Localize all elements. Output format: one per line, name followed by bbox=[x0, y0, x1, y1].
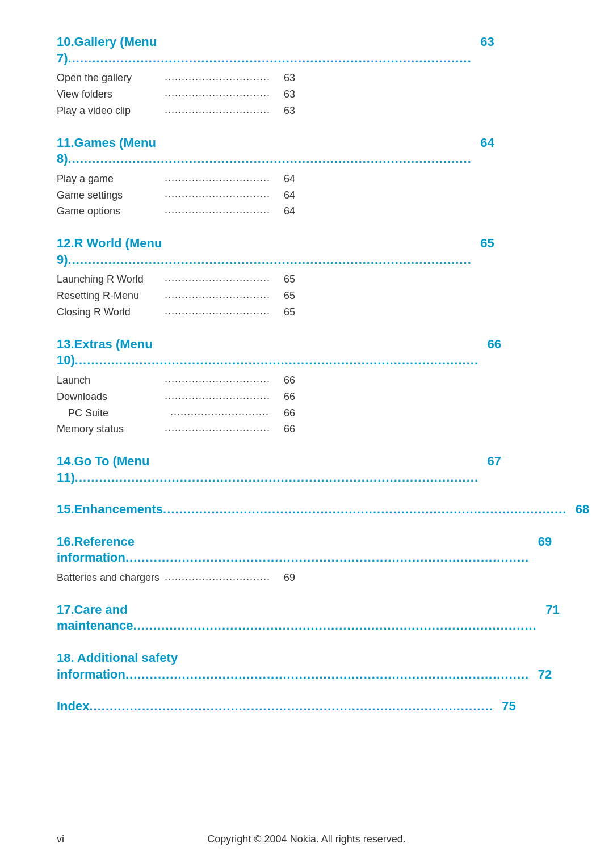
toc-content: 10.Gallery (Menu 7) 63 Open the gallery … bbox=[0, 0, 352, 776]
list-item: Launch 66 bbox=[57, 372, 295, 389]
toc-section-18: 18. Additional safetyinformation 72 bbox=[57, 650, 295, 682]
heading-page-17: 71 bbox=[537, 602, 560, 618]
heading-title-index: Index bbox=[57, 698, 493, 715]
footer: Copyright © 2004 Nokia. All rights reser… bbox=[0, 833, 613, 845]
dots-decoration bbox=[165, 102, 270, 118]
copyright-text: Copyright © 2004 Nokia. All rights reser… bbox=[207, 833, 405, 845]
subitem-label: Resetting R-Menu bbox=[57, 288, 162, 304]
subitem-page: 64 bbox=[272, 187, 295, 204]
toc-heading-15: 15.Enhancements 68 bbox=[57, 502, 295, 518]
list-item: Closing R World 65 bbox=[57, 304, 295, 321]
toc-heading-12: 12.R World (Menu 9) 65 bbox=[57, 235, 295, 268]
toc-section-10: 10.Gallery (Menu 7) 63 Open the gallery … bbox=[57, 34, 295, 119]
heading-page-15: 68 bbox=[566, 502, 589, 518]
subitem-label: Game options bbox=[57, 203, 162, 220]
dots-decoration bbox=[165, 270, 270, 286]
list-item: Game settings 64 bbox=[57, 187, 295, 204]
heading-title-13: 13.Extras (Menu 10) bbox=[57, 336, 478, 369]
toc-heading-16: 16.Reference information 69 bbox=[57, 534, 295, 566]
list-item: Downloads 66 bbox=[57, 389, 295, 405]
subitem-label: Batteries and chargers bbox=[57, 570, 162, 586]
heading-page-12: 65 bbox=[472, 235, 494, 252]
subitem-label: Play a game bbox=[57, 171, 162, 187]
list-item: Play a game 64 bbox=[57, 171, 295, 187]
toc-section-15: 15.Enhancements 68 bbox=[57, 502, 295, 518]
subitem-label: Launch bbox=[57, 372, 162, 389]
list-item: Memory status 66 bbox=[57, 421, 295, 437]
heading-title-18: 18. Additional safetyinformation bbox=[57, 650, 529, 682]
list-item: Play a video clip 63 bbox=[57, 103, 295, 119]
dots-decoration bbox=[165, 170, 270, 186]
subitem-page: 63 bbox=[272, 86, 295, 103]
list-item: Launching R World 65 bbox=[57, 271, 295, 288]
subitem-label: PC Suite bbox=[68, 405, 168, 422]
dots-decoration bbox=[170, 404, 270, 420]
subitem-label: Game settings bbox=[57, 187, 162, 204]
dots-decoration bbox=[165, 387, 270, 404]
toc-section-index: Index 75 bbox=[57, 698, 295, 715]
toc-section-13: 13.Extras (Menu 10) 66 Launch 66 Downloa… bbox=[57, 336, 295, 437]
heading-page-index: 75 bbox=[493, 698, 516, 715]
list-item: Open the gallery 63 bbox=[57, 70, 295, 86]
heading-page-11: 64 bbox=[472, 135, 494, 151]
list-item: PC Suite 66 bbox=[57, 405, 295, 422]
dots-decoration bbox=[165, 186, 270, 203]
toc-section-12: 12.R World (Menu 9) 65 Launching R World… bbox=[57, 235, 295, 321]
subitem-page: 65 bbox=[272, 288, 295, 304]
toc-section-14: 14.Go To (Menu 11) 67 bbox=[57, 453, 295, 486]
subitem-page: 64 bbox=[272, 203, 295, 220]
heading-page-10: 63 bbox=[472, 34, 494, 50]
subitem-page: 65 bbox=[272, 271, 295, 288]
subitem-label: View folders bbox=[57, 86, 162, 103]
toc-heading-10: 10.Gallery (Menu 7) 63 bbox=[57, 34, 295, 66]
toc-heading-11: 11.Games (Menu 8) 64 bbox=[57, 135, 295, 167]
subitem-page: 63 bbox=[272, 70, 295, 86]
heading-page-16: 69 bbox=[529, 534, 552, 550]
heading-title-12: 12.R World (Menu 9) bbox=[57, 235, 472, 268]
list-item: Game options 64 bbox=[57, 203, 295, 220]
toc-heading-13: 13.Extras (Menu 10) 66 bbox=[57, 336, 295, 369]
heading-title-17: 17.Care and maintenance bbox=[57, 602, 537, 634]
toc-section-17: 17.Care and maintenance 71 bbox=[57, 602, 295, 634]
toc-section-11: 11.Games (Menu 8) 64 Play a game 64 Game… bbox=[57, 135, 295, 220]
heading-title-10: 10.Gallery (Menu 7) bbox=[57, 34, 472, 66]
heading-title-11: 11.Games (Menu 8) bbox=[57, 135, 472, 167]
subitem-page: 65 bbox=[272, 304, 295, 321]
list-item: View folders 63 bbox=[57, 86, 295, 103]
dots-decoration bbox=[165, 303, 270, 319]
list-item: Batteries and chargers 69 bbox=[57, 570, 295, 586]
subitem-label: Launching R World bbox=[57, 271, 162, 288]
dots-decoration bbox=[165, 202, 270, 218]
subitem-page: 66 bbox=[272, 405, 295, 422]
subitem-label: Downloads bbox=[57, 389, 162, 405]
subitem-label: Play a video clip bbox=[57, 103, 162, 119]
heading-title-14: 14.Go To (Menu 11) bbox=[57, 453, 478, 486]
dots-decoration bbox=[165, 69, 270, 85]
toc-heading-14: 14.Go To (Menu 11) 67 bbox=[57, 453, 295, 486]
toc-heading-index: Index 75 bbox=[57, 698, 295, 715]
subitem-label: Open the gallery bbox=[57, 70, 162, 86]
toc-heading-18: 18. Additional safetyinformation 72 bbox=[57, 650, 295, 682]
list-item: Resetting R-Menu 65 bbox=[57, 288, 295, 304]
toc-section-16: 16.Reference information 69 Batteries an… bbox=[57, 534, 295, 586]
dots-decoration bbox=[165, 371, 270, 387]
subitem-page: 69 bbox=[272, 570, 295, 586]
subitem-label: Closing R World bbox=[57, 304, 162, 321]
dots-decoration bbox=[165, 420, 270, 436]
heading-title-15: 15.Enhancements bbox=[57, 502, 566, 518]
subitem-page: 66 bbox=[272, 389, 295, 405]
heading-page-14: 67 bbox=[478, 453, 501, 470]
toc-heading-17: 17.Care and maintenance 71 bbox=[57, 602, 295, 634]
heading-page-18: 72 bbox=[529, 667, 552, 683]
heading-page-13: 66 bbox=[478, 336, 501, 353]
subitem-label: Memory status bbox=[57, 421, 162, 437]
subitem-page: 64 bbox=[272, 171, 295, 187]
dots-decoration bbox=[165, 568, 270, 585]
heading-title-16: 16.Reference information bbox=[57, 534, 529, 566]
subitem-page: 66 bbox=[272, 372, 295, 389]
dots-decoration bbox=[165, 85, 270, 102]
subitem-page: 66 bbox=[272, 421, 295, 437]
subitem-page: 63 bbox=[272, 103, 295, 119]
dots-decoration bbox=[165, 286, 270, 303]
